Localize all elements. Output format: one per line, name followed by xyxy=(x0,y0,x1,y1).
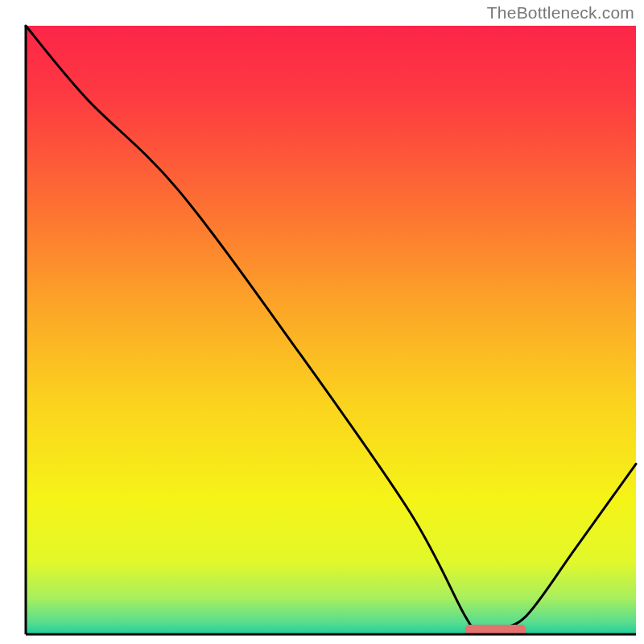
watermark-text: TheBottleneck.com xyxy=(487,3,634,23)
chart-svg xyxy=(0,0,644,644)
bottleneck-chart: TheBottleneck.com xyxy=(0,0,644,644)
gradient-background xyxy=(26,26,636,634)
